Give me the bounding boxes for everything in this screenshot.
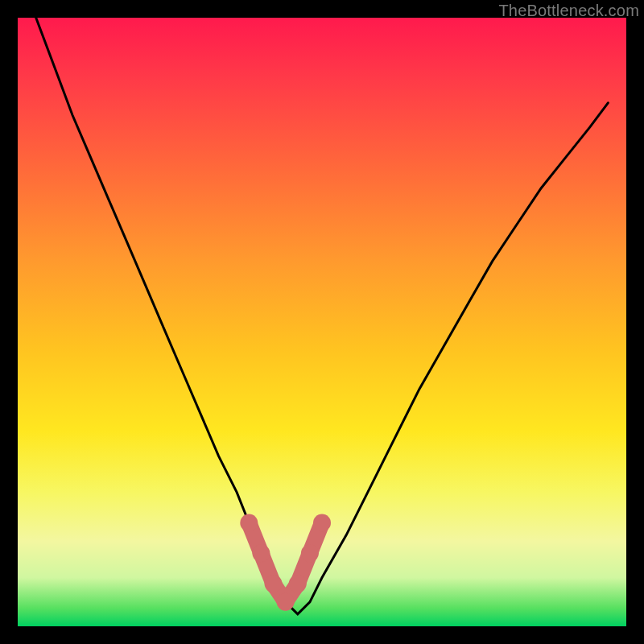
- chart-overlay: [18, 18, 626, 626]
- trough-marker: [252, 544, 270, 562]
- chart-frame: TheBottleneck.com: [0, 0, 644, 644]
- trough-markers: [240, 514, 331, 611]
- trough-stroke: [249, 523, 322, 602]
- trough-marker: [265, 575, 283, 592]
- trough-marker: [301, 544, 319, 562]
- trough-marker: [313, 514, 331, 532]
- trough-marker: [240, 514, 258, 532]
- trough-marker: [289, 575, 307, 592]
- trough-marker: [277, 593, 295, 611]
- plot-area: [18, 18, 626, 626]
